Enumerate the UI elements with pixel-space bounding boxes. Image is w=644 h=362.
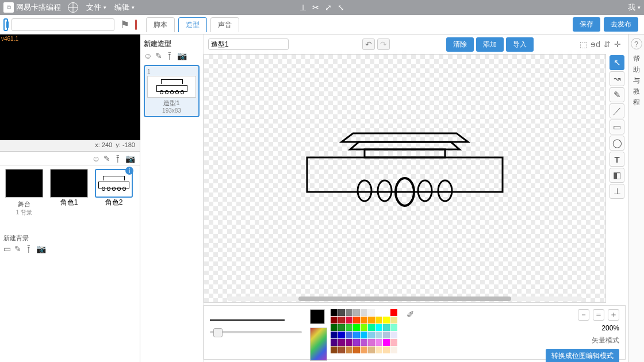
color-swatch[interactable] [361, 317, 367, 324]
bg-camera-icon[interactable]: 📷 [36, 244, 46, 253]
color-swatch[interactable] [375, 346, 382, 353]
color-swatch[interactable] [346, 346, 352, 353]
help-icon[interactable]: ? [631, 38, 642, 49]
color-swatch[interactable] [346, 309, 352, 316]
eyedropper-icon[interactable]: ✐ [407, 309, 414, 320]
canvas[interactable] [204, 54, 606, 303]
color-swatch[interactable] [346, 317, 352, 324]
bg-library-icon[interactable]: ▭ [3, 244, 11, 253]
line-tool[interactable]: ／ [610, 103, 624, 118]
color-swatch[interactable] [375, 332, 382, 338]
costume-name-input[interactable] [208, 38, 289, 50]
color-swatch[interactable] [361, 346, 367, 353]
menu-edit[interactable]: 编辑 [114, 2, 135, 13]
color-swatch[interactable] [383, 317, 390, 324]
flip-v-icon[interactable]: ⇵ [604, 40, 611, 49]
text-tool[interactable]: T [610, 152, 624, 167]
color-swatch[interactable] [390, 324, 397, 331]
color-swatch[interactable] [361, 332, 367, 338]
costume-upload-icon[interactable]: ⭱ [166, 51, 174, 60]
stop-icon[interactable] [135, 20, 137, 30]
costume-thumb[interactable]: 1 造型1 193x83 [144, 65, 200, 117]
color-swatch[interactable] [338, 339, 345, 346]
h-scrollbar[interactable] [227, 296, 582, 301]
sprite-item[interactable]: 角色1 [48, 169, 90, 359]
color-swatch[interactable] [353, 309, 360, 316]
fullscreen-icon[interactable] [3, 18, 8, 31]
color-spectrum[interactable] [310, 328, 327, 361]
color-swatch[interactable] [353, 324, 360, 331]
publish-button[interactable]: 去发布 [604, 17, 638, 32]
fill-tool[interactable]: ◧ [610, 168, 624, 183]
camera-icon[interactable]: 📷 [125, 154, 135, 163]
color-swatch[interactable] [375, 339, 382, 346]
import-button[interactable]: 导入 [506, 37, 534, 52]
color-swatch[interactable] [383, 324, 390, 331]
tab-scripts[interactable]: 脚本 [146, 17, 175, 32]
color-swatch[interactable] [375, 317, 382, 324]
expand-icon[interactable]: ⤢ [325, 3, 332, 12]
menu-file[interactable]: 文件 [86, 2, 106, 13]
center-icon[interactable]: ✛ [614, 40, 621, 49]
color-swatch[interactable] [368, 332, 375, 338]
color-swatch[interactable] [361, 324, 367, 331]
undo-button[interactable]: ↶ [362, 38, 375, 50]
color-swatch[interactable] [346, 332, 352, 338]
clear-button[interactable]: 清除 [446, 37, 474, 52]
costume-library-icon[interactable]: ☺ [144, 51, 152, 60]
ellipse-tool[interactable]: ◯ [610, 136, 624, 151]
color-swatch[interactable] [368, 309, 375, 316]
zoom-in-icon[interactable]: ＋ [608, 309, 619, 321]
color-swatch[interactable] [331, 309, 338, 316]
color-swatch[interactable] [390, 309, 397, 316]
rect-tool[interactable]: ▭ [610, 120, 624, 134]
help-sidebar[interactable]: ? 帮 助 与 教 程 [628, 34, 644, 362]
color-swatch[interactable] [338, 324, 345, 331]
color-swatch[interactable] [375, 324, 382, 331]
redo-button[interactable]: ↷ [377, 38, 390, 50]
color-swatch[interactable] [346, 339, 352, 346]
color-swatch[interactable] [383, 339, 390, 346]
color-swatch[interactable] [338, 346, 345, 353]
color-swatch[interactable] [390, 317, 397, 324]
color-swatch[interactable] [390, 339, 397, 346]
color-swatch[interactable] [353, 346, 360, 353]
add-button[interactable]: 添加 [476, 37, 504, 52]
color-swatch[interactable] [331, 346, 338, 353]
tab-sounds[interactable]: 声音 [210, 17, 239, 32]
eraser-tool[interactable]: ⊥ [610, 184, 624, 199]
color-swatch[interactable] [353, 332, 360, 338]
color-swatch[interactable] [383, 309, 390, 316]
tab-costumes[interactable]: 造型 [178, 17, 207, 32]
color-swatch[interactable] [390, 346, 397, 353]
color-swatch[interactable] [338, 317, 345, 324]
zoom-out-icon[interactable]: － [578, 309, 589, 321]
color-swatch[interactable] [331, 339, 338, 346]
color-swatch[interactable] [353, 339, 360, 346]
color-swatch[interactable] [368, 339, 375, 346]
sprite-item[interactable]: i 角色2 [93, 169, 135, 359]
color-swatch[interactable] [375, 309, 382, 316]
color-swatch[interactable] [331, 324, 338, 331]
color-swatch[interactable] [368, 324, 375, 331]
color-swatch[interactable] [353, 317, 360, 324]
costume-paint-icon[interactable]: ✎ [155, 51, 162, 60]
flip-h-icon[interactable]: ɘd [591, 40, 600, 49]
bg-paint-icon[interactable]: ✎ [14, 244, 21, 253]
green-flag-icon[interactable]: ⚑ [120, 18, 129, 31]
convert-mode-button[interactable]: 转换成位图编辑模式 [546, 349, 619, 362]
globe-icon[interactable] [68, 2, 78, 13]
color-swatch[interactable] [338, 332, 345, 338]
library-icon[interactable]: ☺ [92, 154, 100, 163]
stroke-slider[interactable] [210, 331, 302, 333]
paint-icon[interactable]: ✎ [103, 154, 110, 163]
bg-upload-icon[interactable]: ⭱ [25, 244, 33, 253]
color-swatch[interactable] [331, 317, 338, 324]
color-swatch[interactable] [361, 309, 367, 316]
costume-camera-icon[interactable]: 📷 [177, 51, 187, 60]
zoom-reset-icon[interactable]: ＝ [593, 309, 604, 321]
color-swatch[interactable] [368, 317, 375, 324]
shrink-icon[interactable]: ⤡ [338, 3, 344, 12]
select-tool[interactable]: ↖ [610, 55, 624, 70]
save-button[interactable]: 保存 [573, 17, 600, 32]
